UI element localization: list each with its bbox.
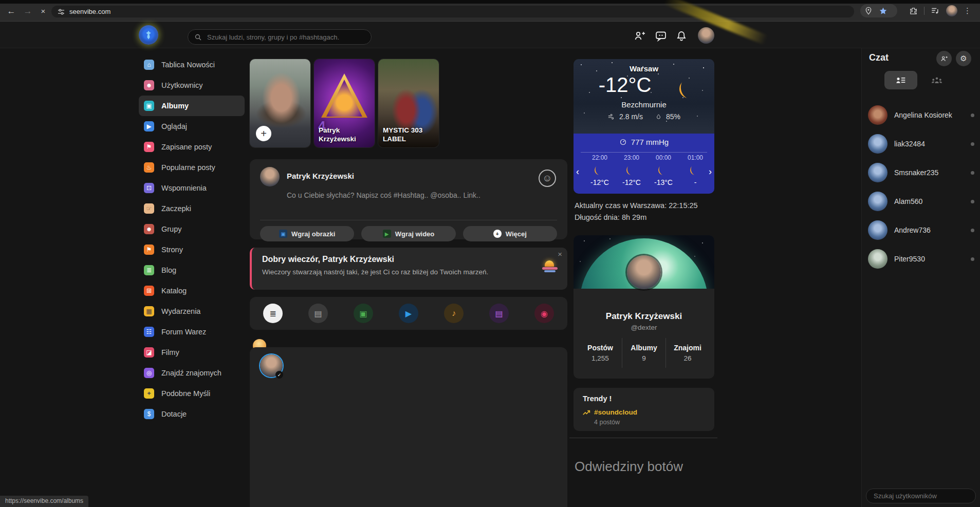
story-card[interactable]: MYSTIC 303 LABEL (378, 59, 439, 147)
toolbar-separator (924, 7, 924, 15)
sidebar-item-albumy[interactable]: ▣Albumy (139, 96, 245, 116)
sidebar-item-wspomnienia[interactable]: ⊡Wspomnienia (139, 178, 245, 198)
stat-friends[interactable]: Znajomi 26 (665, 338, 709, 368)
plus-icon: + (493, 230, 502, 238)
chat-user-row[interactable]: liak32484 (862, 129, 980, 158)
emoji-picker-icon[interactable]: ☺ (539, 170, 556, 187)
close-icon[interactable]: × (558, 250, 562, 258)
sidebar-item-popularne-posty[interactable]: ♨Popularne posty (139, 157, 245, 178)
more-button[interactable]: + Więcej (463, 226, 557, 241)
location-icon[interactable] (864, 7, 873, 15)
sidebar-item-strony[interactable]: ⚑Strony (139, 239, 245, 260)
sidebar-item-katalog[interactable]: ⊞Katalog (139, 280, 245, 301)
reels-filter-icon[interactable]: ◉ (534, 304, 554, 323)
files-filter-icon[interactable]: ▤ (489, 304, 509, 323)
bookmark-star-icon[interactable] (879, 7, 887, 15)
watch-icon: ▶ (144, 121, 154, 132)
chat-settings-button[interactable]: ⚙ (956, 51, 971, 66)
global-search-input[interactable] (206, 33, 365, 42)
sidebar-item-ogladaj[interactable]: ▶Oglądaj (139, 116, 245, 137)
story-artwork (321, 73, 367, 118)
sidebar-item-zapisane-posty[interactable]: ⚑Zapisane posty (139, 137, 245, 157)
chat-user-row[interactable]: Smsnaker235 (862, 158, 980, 187)
chat-search[interactable] (866, 489, 976, 503)
status-filter-icon[interactable]: ▤ (308, 304, 328, 323)
chat-user-row[interactable]: Angelina Kosiorek (862, 101, 980, 129)
sidebar-item-filmy[interactable]: ◪Filmy (139, 342, 245, 363)
status-dot (971, 257, 974, 261)
fire-icon: ♨ (144, 162, 154, 173)
add-friend-icon[interactable] (634, 30, 646, 42)
chat-user-row[interactable]: Andrew736 (862, 216, 980, 245)
stat-posts[interactable]: Postów 1,255 (579, 338, 622, 368)
trend-count: 4 postów (594, 419, 620, 426)
droplet-icon (655, 113, 662, 121)
sidebar-item-podobne-mysli[interactable]: ✦Podobne Myśli (139, 383, 245, 404)
articles-filter-icon[interactable]: ≣ (263, 304, 283, 323)
header-avatar[interactable] (698, 27, 714, 44)
chat-user-row[interactable]: Piter9530 (862, 245, 980, 273)
browser-menu-icon[interactable]: ⋮ (964, 4, 971, 17)
chat-user-name: Piter9530 (894, 255, 964, 263)
browser-stop-button[interactable]: × (37, 6, 49, 17)
extensions-icon[interactable] (909, 7, 918, 15)
profile-name[interactable]: Patryk Krzyżewski (574, 311, 714, 322)
chat-user-row[interactable]: Alam560 (862, 187, 980, 216)
trend-hashtag[interactable]: #soundcloud (594, 408, 637, 416)
avatar (868, 192, 887, 211)
trend-item[interactable]: #soundcloud (583, 408, 637, 416)
browser-address-bar[interactable]: seenvibe.com (51, 6, 854, 17)
story-add-card[interactable]: + (250, 59, 310, 147)
upload-video-button[interactable]: ▶ Wgraj wideo (361, 226, 455, 241)
stat-albums[interactable]: Albumy 9 (622, 338, 665, 368)
sidebar-item-tablica-nowosci[interactable]: ⌂Tablica Nowości (139, 54, 245, 75)
forum-icon: ☷ (144, 327, 154, 337)
media-controls-icon[interactable] (931, 6, 940, 15)
stat-label: Postów (587, 344, 613, 352)
chat-tab-groups[interactable] (930, 74, 944, 86)
upload-video-label: Wgraj wideo (395, 230, 435, 238)
story-card[interactable]: 4 Patryk Krzyżewski (314, 59, 375, 147)
chat-search-input[interactable] (873, 492, 969, 500)
feed-filter-bar: ≣ ▤ ▣ ▶ ♪ ▤ ◉ (250, 297, 567, 330)
messages-icon[interactable] (655, 30, 667, 42)
composer-input[interactable]: Co u Ciebie słychać? Napisz coś #Hashtag… (287, 191, 533, 199)
images-filter-icon[interactable]: ▣ (354, 304, 373, 323)
chevron-left-icon[interactable]: ‹ (576, 166, 579, 177)
moon-icon (595, 165, 605, 175)
add-story-plus-icon[interactable]: + (256, 126, 271, 141)
weather-humidity: 85% (666, 112, 680, 121)
verified-badge-icon: ✓ (275, 371, 283, 379)
image-icon: ▣ (279, 230, 287, 238)
moon-icon (626, 165, 637, 175)
composer-avatar[interactable] (260, 167, 280, 186)
weather-temp: -12°C (574, 73, 676, 97)
sidebar-item-uzytkownicy[interactable]: ☻Użytkownicy (139, 75, 245, 96)
groups-icon: ☻ (144, 224, 154, 234)
notifications-bell-icon[interactable] (675, 30, 688, 42)
browser-back-button[interactable]: ← (5, 6, 17, 17)
music-filter-icon[interactable]: ♪ (444, 304, 464, 323)
weather-sky: Warsaw -12°C Bezchmurnie 2.8 m/s 85% (574, 59, 714, 134)
sidebar-item-zaczepki[interactable]: ☞Zaczepki (139, 198, 245, 219)
chat-tab-contacts[interactable] (884, 71, 917, 89)
chat-user-name: Andrew736 (894, 226, 964, 234)
chat-add-group-button[interactable] (936, 51, 952, 66)
browser-forward-button[interactable]: → (22, 6, 34, 17)
chevron-right-icon[interactable]: › (709, 166, 712, 177)
sidebar-item-forum-warez[interactable]: ☷Forum Warez (139, 322, 245, 342)
profile-avatar[interactable] (627, 255, 661, 289)
sidebar-item-wydarzenia[interactable]: ▦Wydarzenia (139, 301, 245, 322)
chat-user-name: liak32484 (894, 140, 964, 148)
sidebar-item-znajdz-znajomych[interactable]: ◎Znajdź znajomych (139, 363, 245, 383)
site-info-icon[interactable] (58, 8, 65, 15)
site-logo[interactable] (139, 25, 158, 45)
videos-filter-icon[interactable]: ▶ (399, 304, 418, 323)
browser-profile-avatar[interactable] (946, 5, 957, 16)
global-search[interactable] (188, 29, 372, 45)
sidebar-item-dotacje[interactable]: $Dotacje (139, 404, 245, 424)
weather-condition: Bezchmurnie (574, 100, 714, 109)
upload-images-button[interactable]: ▣ Wgraj obrazki (260, 226, 354, 241)
sidebar-item-blog[interactable]: ≣Blog (139, 260, 245, 280)
sidebar-item-grupy[interactable]: ☻Grupy (139, 219, 245, 239)
